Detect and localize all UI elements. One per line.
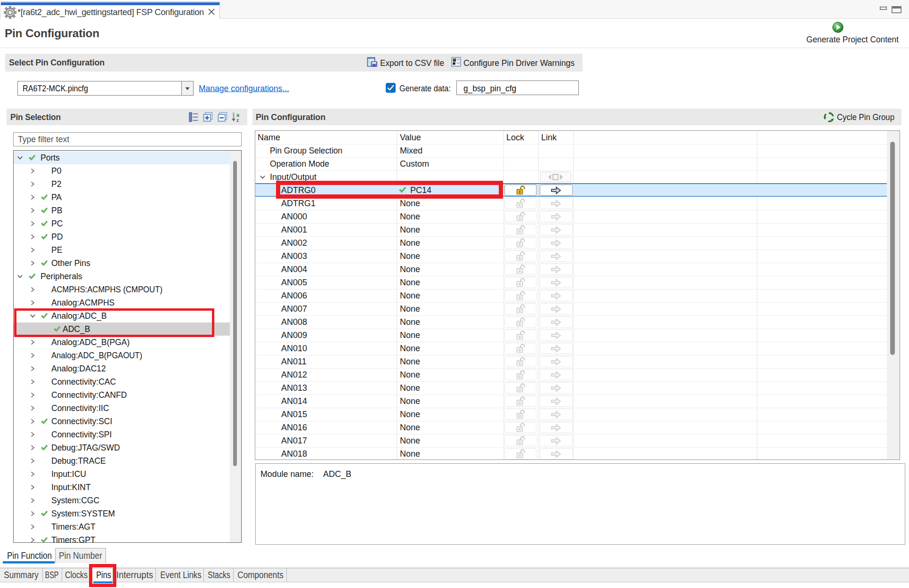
- svg-text:a: a: [236, 112, 240, 118]
- svg-text:z: z: [236, 117, 239, 122]
